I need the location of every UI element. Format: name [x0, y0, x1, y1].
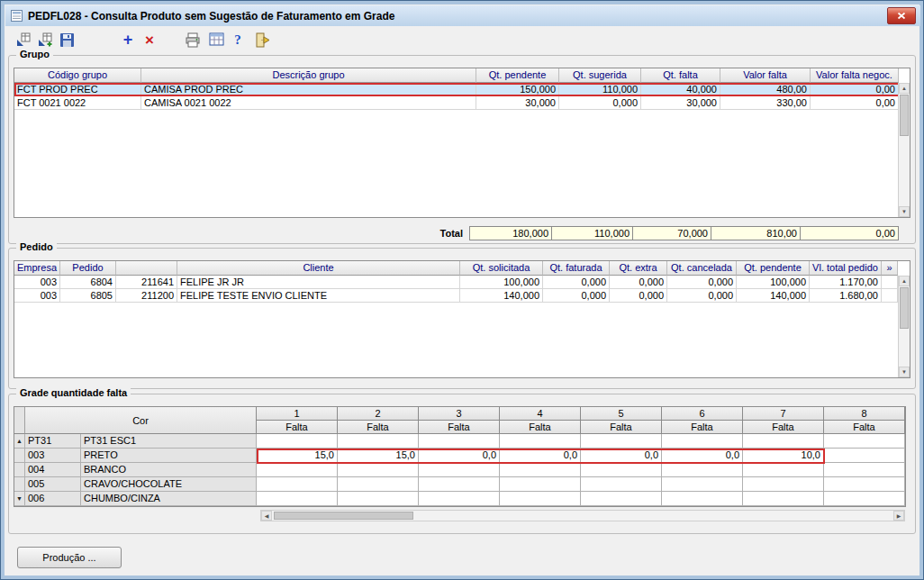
grade-value-cell: 10,0 — [743, 449, 824, 463]
transfer-add-icon[interactable] — [34, 30, 56, 50]
save-icon[interactable] — [56, 30, 77, 50]
pedido-column-header[interactable]: Pedido — [60, 261, 116, 276]
grade-value-cell — [581, 492, 662, 506]
grade-value-cell — [500, 434, 581, 449]
pedido-row[interactable]: 0036804211641FELIPE JR JR100,0000,0000,0… — [14, 276, 910, 289]
grupo-column-header[interactable]: Qt. pendente — [476, 68, 559, 83]
grade-size-number: 7 — [743, 407, 823, 421]
grade-value-cell — [581, 434, 662, 449]
scroll-thumb[interactable] — [274, 512, 413, 520]
pedido-cell: 140,000 — [460, 289, 543, 303]
grupo-scrollbar[interactable]: ▲ ▼ — [898, 83, 910, 217]
scroll-left-icon[interactable]: ◀ — [261, 511, 272, 521]
pedido-column-header[interactable]: Qt. solicitada — [460, 261, 543, 276]
grade-size-column-header[interactable]: 8Falta — [824, 407, 905, 434]
grade-size-column-header[interactable]: 3Falta — [419, 407, 500, 434]
grade-row[interactable]: 005CRAVO/CHOCOLATE — [14, 477, 905, 492]
grade-row[interactable]: 004BRANCO — [14, 463, 905, 477]
grade-value-cell — [662, 434, 743, 449]
grade-size-column-header[interactable]: 5Falta — [581, 407, 662, 434]
grade-value-cell — [419, 477, 500, 492]
grade-value-cell — [338, 434, 419, 449]
grupo-total-cell: 70,000 — [632, 226, 711, 240]
grid-icon[interactable] — [205, 30, 227, 50]
grade-size-number: 5 — [581, 407, 661, 421]
grade-cor-header[interactable]: Cor — [25, 407, 257, 434]
delete-icon[interactable]: × — [139, 30, 160, 50]
grade-size-number: 4 — [500, 407, 580, 421]
grupo-cell: 330,00 — [720, 96, 811, 110]
grade-row[interactable]: 003PRETO15,015,00,00,00,00,010,0 — [14, 449, 905, 463]
grade-falta-label: Falta — [662, 421, 742, 434]
grupo-row[interactable]: FCT 0021 0022CAMISA 0021 002230,0000,000… — [14, 96, 910, 110]
grade-grid: Cor1Falta2Falta3Falta4Falta5Falta6Falta7… — [14, 406, 906, 507]
grupo-cell: 30,000 — [476, 96, 559, 110]
pedido-cell: 0,000 — [610, 276, 667, 289]
grade-size-column-header[interactable]: 4Falta — [500, 407, 581, 434]
grade-size-number: 6 — [662, 407, 742, 421]
pedido-column-header[interactable] — [116, 261, 177, 276]
scroll-up-icon[interactable]: ▲ — [899, 276, 910, 286]
grade-code-cell: 005 — [25, 477, 81, 492]
producao-button[interactable]: Produção ... — [17, 547, 122, 568]
grade-color-cell: CRAVO/CHOCOLATE — [81, 477, 257, 492]
grupo-section: Grupo Código grupoDescrição grupoQt. pen… — [8, 55, 916, 244]
scroll-thumb[interactable] — [900, 95, 909, 136]
grade-row[interactable]: ▲PT31PT31 ESC1 — [14, 434, 905, 449]
help-icon[interactable]: ? — [227, 30, 249, 50]
pedido-column-header[interactable]: Empresa — [14, 261, 60, 276]
grade-code-cell: 004 — [25, 463, 81, 477]
pedido-cell: 140,000 — [737, 289, 810, 303]
scroll-up-icon[interactable]: ▲ — [899, 83, 910, 94]
grade-size-column-header[interactable]: 7Falta — [743, 407, 824, 434]
add-icon[interactable]: + — [117, 30, 139, 50]
grade-value-cell — [743, 492, 824, 506]
grade-falta-label: Falta — [500, 421, 580, 434]
pedido-cell: 100,000 — [737, 276, 810, 289]
grade-value-cell: 15,0 — [257, 449, 338, 463]
pedido-column-header[interactable]: Cliente — [177, 261, 460, 276]
scroll-right-icon[interactable]: ▶ — [893, 511, 904, 521]
pedido-column-header[interactable]: Qt. faturada — [543, 261, 610, 276]
transfer-icon[interactable] — [13, 30, 34, 50]
grade-hscrollbar[interactable]: ◀ ▶ — [260, 510, 905, 521]
grade-size-column-header[interactable]: 2Falta — [338, 407, 419, 434]
grupo-cell: CAMISA PROD PREC — [141, 83, 476, 96]
print-icon[interactable] — [182, 30, 204, 50]
grupo-cell: FCT PROD PREC — [14, 83, 141, 96]
grade-size-column-header[interactable]: 1Falta — [257, 407, 338, 434]
grade-size-column-header[interactable]: 6Falta — [662, 407, 743, 434]
pedido-column-header[interactable]: Qt. cancelada — [667, 261, 737, 276]
grupo-row[interactable]: FCT PROD PRECCAMISA PROD PREC150,000110,… — [14, 83, 910, 96]
grade-value-cell — [338, 463, 419, 477]
pedido-column-header[interactable]: Qt. pendente — [737, 261, 810, 276]
pedido-row[interactable]: 0036805211200FELIPE TESTE ENVIO CLIENTE1… — [14, 289, 910, 303]
scroll-down-icon[interactable]: ▼ — [899, 367, 910, 377]
pedido-cell — [882, 289, 898, 303]
close-button[interactable] — [887, 7, 916, 24]
grade-scroll-down-icon[interactable]: ▼ — [14, 492, 25, 506]
grupo-total-cell: 110,000 — [551, 226, 633, 240]
grupo-column-header[interactable]: Código grupo — [14, 68, 141, 83]
grupo-column-header[interactable]: Qt. falta — [641, 68, 720, 83]
pedido-column-header[interactable]: » — [882, 261, 898, 276]
grade-value-cell — [824, 434, 905, 449]
pedido-column-header[interactable]: Vl. total pedido — [810, 261, 882, 276]
pedido-cell: 1.170,00 — [810, 276, 882, 289]
scroll-down-icon[interactable]: ▼ — [899, 206, 910, 217]
total-label: Total — [14, 228, 469, 239]
pedido-scrollbar[interactable]: ▲ ▼ — [898, 276, 910, 377]
scroll-thumb[interactable] — [900, 287, 909, 329]
grupo-column-header[interactable]: Valor falta — [720, 68, 811, 83]
pedido-cell: FELIPE JR JR — [177, 276, 460, 289]
exit-icon[interactable] — [252, 30, 274, 50]
grupo-column-header[interactable]: Descrição grupo — [141, 68, 476, 83]
grupo-column-header[interactable]: Qt. sugerida — [559, 68, 641, 83]
grupo-column-header[interactable]: Valor falta negoc. — [811, 68, 899, 83]
grupo-cell: 30,000 — [641, 96, 720, 110]
grade-scroll-up-icon[interactable]: ▲ — [14, 434, 25, 449]
grade-value-cell — [419, 492, 500, 506]
pedido-column-header[interactable]: Qt. extra — [610, 261, 667, 276]
grade-value-cell — [824, 463, 905, 477]
grade-row[interactable]: ▼006CHUMBO/CINZA — [14, 492, 905, 506]
